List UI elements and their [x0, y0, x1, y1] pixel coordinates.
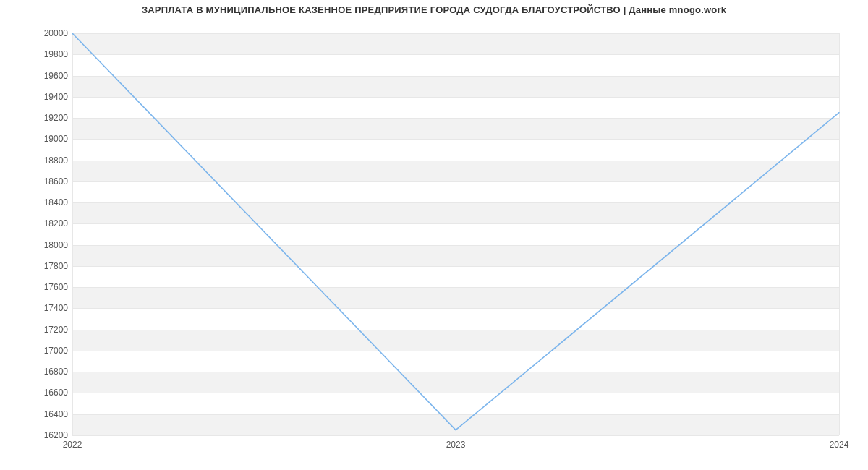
- y-tick-label: 19400: [10, 93, 68, 101]
- chart-title: ЗАРПЛАТА В МУНИЦИПАЛЬНОЕ КАЗЕННОЕ ПРЕДПР…: [0, 4, 868, 15]
- y-tick-label: 16800: [10, 367, 68, 376]
- y-tick-label: 17600: [10, 283, 68, 291]
- x-tick-label: 2023: [446, 440, 466, 450]
- y-tick-label: 19800: [10, 50, 68, 59]
- series-line-salary: [72, 33, 839, 430]
- y-tick-label: 19200: [10, 114, 68, 122]
- y-tick-label: 16600: [10, 388, 68, 397]
- y-tick-label: 18800: [10, 156, 68, 165]
- y-tick-label: 20000: [10, 29, 68, 38]
- y-tick-label: 16200: [10, 431, 68, 440]
- y-tick-label: 17000: [10, 346, 68, 355]
- plot-area: [72, 33, 839, 436]
- y-tick-label: 18200: [10, 219, 68, 228]
- y-gridline: [72, 435, 839, 436]
- line-layer: [72, 33, 839, 435]
- y-tick-label: 16400: [10, 410, 68, 419]
- y-tick-label: 17200: [10, 325, 68, 334]
- y-tick-label: 19000: [10, 134, 68, 143]
- x-tick-label: 2022: [63, 440, 82, 450]
- x-gridline: [839, 33, 840, 435]
- x-tick-label: 2024: [830, 440, 849, 450]
- y-tick-label: 18400: [10, 198, 68, 207]
- chart-container: ЗАРПЛАТА В МУНИЦИПАЛЬНОЕ КАЗЕННОЕ ПРЕДПР…: [0, 0, 868, 470]
- y-tick-label: 19600: [10, 72, 68, 80]
- y-tick-label: 18600: [10, 177, 68, 186]
- y-tick-label: 17400: [10, 304, 68, 312]
- y-tick-label: 17800: [10, 262, 68, 270]
- y-tick-label: 18000: [10, 241, 68, 249]
